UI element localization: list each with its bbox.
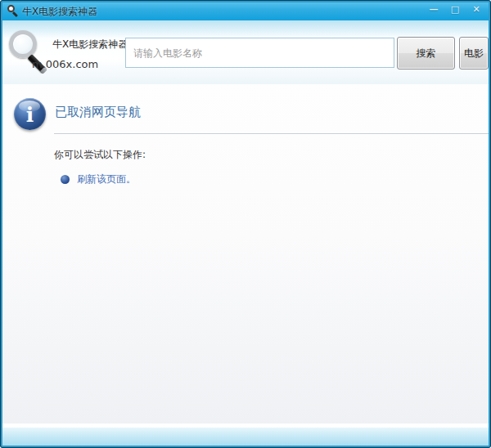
movie-button[interactable]: 电影 xyxy=(459,37,489,69)
maximize-button[interactable]: □ xyxy=(448,3,462,16)
action-row: 刷新该页面。 xyxy=(61,172,136,186)
close-button[interactable]: ✕ xyxy=(469,3,484,16)
error-heading: 已取消网页导航 xyxy=(55,105,141,120)
titlebar[interactable]: 牛X电影搜索神器 — □ ✕ xyxy=(1,1,490,20)
window-controls: — □ ✕ xyxy=(426,3,484,16)
minimize-button[interactable]: — xyxy=(426,3,441,16)
divider xyxy=(54,133,489,134)
bullet-icon xyxy=(61,175,70,184)
app-name-label: 牛X电影搜索神器 xyxy=(52,38,128,52)
refresh-page-link[interactable]: 刷新该页面。 xyxy=(77,172,136,186)
window-title: 牛X电影搜索神器 xyxy=(22,5,97,19)
titlebar-magnifier-icon xyxy=(7,5,19,16)
info-icon-glyph: i xyxy=(26,105,34,125)
site-url-label: m.006x.com xyxy=(32,58,98,70)
suggestion-intro: 你可以尝试以下操作: xyxy=(54,148,146,162)
status-bar xyxy=(1,428,490,446)
error-page: i 已取消网页导航 你可以尝试以下操作: 刷新该页面。 xyxy=(1,84,490,423)
search-input[interactable] xyxy=(125,38,394,68)
info-icon: i xyxy=(14,98,46,130)
magnifier-icon xyxy=(7,30,48,79)
app-window: 牛X电影搜索神器 — □ ✕ 牛X电影搜索神器 m.006x.com 搜索 电影… xyxy=(0,0,491,448)
search-button[interactable]: 搜索 xyxy=(397,37,455,69)
toolbar: 牛X电影搜索神器 m.006x.com 搜索 电影 xyxy=(1,20,490,84)
